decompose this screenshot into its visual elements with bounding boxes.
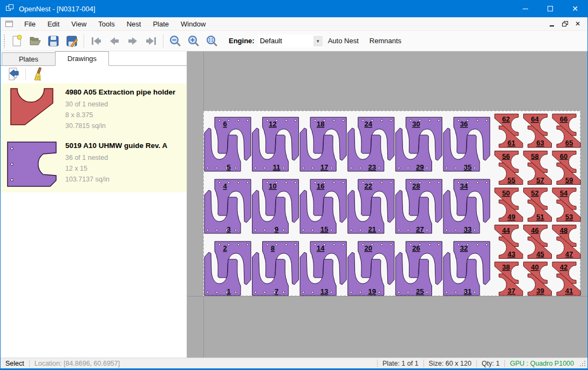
new-file-button[interactable]	[8, 33, 26, 49]
part-number-label: 20	[365, 244, 372, 252]
part-number-label: 48	[560, 226, 568, 234]
remnants-button[interactable]: Remnants	[364, 34, 407, 48]
tab-drawings[interactable]: Drawings	[55, 51, 109, 66]
drill-mark-icon	[446, 167, 448, 169]
drawing-size: 12 x 15	[65, 163, 167, 174]
drawing-info: 4980 A05 Extraction pipe holder 30 of 1 …	[65, 88, 175, 131]
drill-mark-icon	[426, 291, 428, 293]
menu-plate[interactable]: Plate	[147, 18, 175, 30]
drill-mark-icon	[295, 119, 297, 122]
status-location: Location: [84.8696, 60.6957]	[30, 360, 125, 367]
drill-mark-icon	[285, 244, 288, 246]
zoom-out-button[interactable]	[166, 33, 184, 49]
toolbar-grip[interactable]	[3, 34, 5, 48]
minimize-button[interactable]	[513, 0, 538, 17]
part-number-label: 32	[460, 244, 468, 252]
engine-combobox[interactable]: Default ▾	[258, 35, 323, 48]
drill-mark-icon	[410, 119, 412, 122]
part-number-label: 55	[508, 176, 515, 184]
drill-mark-icon	[429, 244, 431, 246]
auto-nest-button[interactable]: Auto Nest	[323, 34, 364, 48]
drill-mark-icon	[311, 229, 313, 231]
part-number-label: 6	[223, 120, 227, 128]
previous-plate-button[interactable]	[105, 33, 124, 49]
drill-mark-icon	[207, 167, 209, 169]
menu-bar: File Edit View Tools Nest Plate Window ✕	[1, 17, 587, 31]
mdi-document-icon[interactable]	[5, 21, 13, 27]
first-plate-button[interactable]	[87, 33, 105, 49]
open-file-button[interactable]	[26, 33, 44, 49]
drill-mark-icon	[276, 244, 278, 246]
last-plate-button[interactable]	[142, 33, 160, 49]
drill-mark-icon	[455, 229, 457, 231]
chevron-down-icon[interactable]: ▾	[313, 36, 323, 46]
drill-mark-icon	[407, 229, 409, 231]
drill-mark-icon	[302, 229, 304, 231]
menu-tools[interactable]: Tools	[92, 18, 120, 30]
drill-mark-icon	[474, 229, 476, 231]
drawing-item[interactable]: 4980 A05 Extraction pipe holder 30 of 1 …	[1, 83, 187, 137]
drill-mark-icon	[359, 229, 361, 231]
clear-drawings-button[interactable]	[30, 67, 44, 83]
mdi-restore-button[interactable]	[560, 19, 569, 28]
part-number-label: 38	[502, 263, 510, 271]
drill-mark-icon	[457, 244, 460, 246]
part-number-label: 28	[412, 182, 420, 190]
drill-mark-icon	[438, 244, 440, 246]
drill-mark-icon	[410, 244, 412, 246]
menu-file[interactable]: File	[18, 18, 42, 30]
mdi-minimize-button[interactable]	[548, 19, 556, 28]
panel-toolbar-separator	[25, 69, 26, 80]
save-as-button[interactable]	[63, 33, 81, 49]
part-number-label: 31	[464, 287, 471, 295]
part-number-label: 25	[416, 287, 423, 295]
new-file-icon	[10, 35, 23, 48]
drill-mark-icon	[283, 167, 285, 169]
mdi-close-button[interactable]: ✕	[573, 19, 582, 28]
drawing-nested: 30 of 1 nested	[65, 99, 175, 110]
zoom-extents-button[interactable]	[203, 33, 221, 49]
drill-mark-icon	[283, 291, 285, 293]
drill-mark-icon	[216, 229, 218, 231]
previous-arrow-icon	[108, 35, 121, 48]
resize-grip[interactable]	[579, 360, 586, 367]
part-number-label: 19	[368, 287, 376, 295]
drill-mark-icon	[362, 181, 364, 184]
drawing-title: 4980 A05 Extraction pipe holder	[65, 88, 175, 96]
part-number-label: 53	[565, 213, 573, 221]
close-button[interactable]: ✕	[563, 0, 587, 17]
drill-mark-icon	[476, 181, 478, 184]
drill-mark-icon	[378, 291, 380, 293]
drill-mark-icon	[486, 181, 488, 184]
drawing-thumbnail	[7, 88, 57, 131]
import-drawing-button[interactable]	[7, 67, 21, 83]
drill-mark-icon	[407, 291, 409, 293]
maximize-button[interactable]	[538, 0, 563, 17]
menu-nest[interactable]: Nest	[121, 18, 147, 30]
drill-mark-icon	[390, 244, 392, 246]
drawing-item[interactable]: 5019 A10 UHMW guide Rev. A 36 of 1 neste…	[1, 137, 187, 192]
part-number-label: 26	[412, 244, 420, 252]
zoom-in-button[interactable]	[184, 33, 203, 49]
part-number-label: 11	[273, 163, 281, 171]
purple-part-thumbnail-icon	[7, 142, 57, 187]
part-number-label: 23	[368, 163, 376, 171]
next-plate-button[interactable]	[124, 33, 142, 49]
menu-edit[interactable]: Edit	[42, 18, 65, 30]
part-number-label: 59	[565, 176, 573, 184]
drill-mark-icon	[350, 229, 352, 231]
part-number-label: 52	[531, 189, 538, 197]
nest-canvas[interactable]: 6512111817242330293635431091615222128273…	[187, 51, 587, 358]
menu-window[interactable]: Window	[175, 18, 211, 30]
drawing-nested: 36 of 1 nested	[65, 152, 167, 163]
menu-view[interactable]: View	[65, 18, 92, 30]
drill-mark-icon	[247, 181, 249, 184]
drill-mark-icon	[235, 167, 237, 169]
part-number-label: 41	[565, 287, 573, 295]
drill-mark-icon	[455, 167, 457, 169]
nest-canvas-svg[interactable]: 6512111817242330293635431091615222128273…	[187, 51, 587, 358]
drill-mark-icon	[285, 119, 288, 122]
save-button[interactable]	[44, 33, 63, 49]
tab-plates[interactable]: Plates	[2, 52, 56, 66]
drill-mark-icon	[359, 291, 361, 293]
